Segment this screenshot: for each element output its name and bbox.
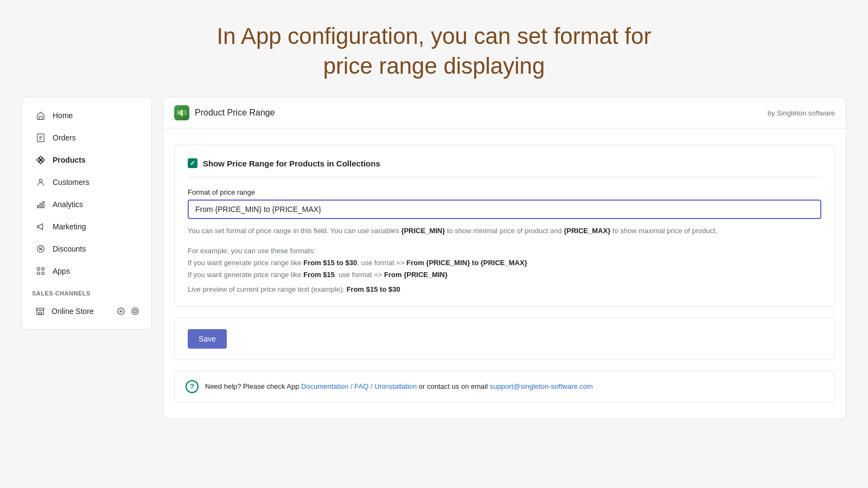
sidebar-item-apps-label: Apps — [53, 267, 70, 275]
orders-icon — [35, 132, 46, 143]
example-header: For example, you can use these formats: — [188, 245, 821, 257]
products-icon — [35, 155, 46, 165]
svg-rect-12 — [39, 312, 41, 314]
store-icon — [35, 306, 45, 317]
sidebar-item-orders[interactable]: Orders — [25, 127, 148, 149]
page-title: In App configuration, you can set format… — [11, 22, 857, 81]
config-card: Show Price Range for Products in Collect… — [174, 145, 835, 307]
help-link[interactable]: Documentation / FAQ / Uninstallation — [301, 382, 417, 390]
help-section: ? Need help? Please check App Documentat… — [174, 371, 835, 402]
help-text: Need help? Please check App Documentatio… — [205, 382, 593, 390]
analytics-icon — [35, 199, 46, 210]
sales-channels-label: SALES CHANNELS — [22, 282, 151, 300]
card-title: Show Price Range for Products in Collect… — [203, 159, 380, 168]
marketing-icon — [35, 221, 46, 232]
sidebar-item-discounts[interactable]: Discounts — [25, 238, 148, 260]
svg-point-1 — [39, 179, 42, 182]
live-preview: Live preview of current price range text… — [188, 285, 821, 293]
sidebar-item-customers[interactable]: Customers — [25, 171, 148, 193]
online-store-label: Online Store — [52, 307, 94, 316]
format-field: Format of price range — [188, 188, 821, 219]
svg-rect-8 — [37, 268, 40, 271]
svg-rect-4 — [43, 202, 44, 208]
example1: If you want generate price range like Fr… — [188, 257, 821, 269]
sidebar-item-analytics-label: Analytics — [53, 200, 83, 209]
page-header: In App configuration, you can set format… — [0, 0, 868, 97]
svg-rect-10 — [37, 272, 40, 275]
customers-icon — [35, 177, 46, 188]
app-logo: 💵 — [174, 105, 189, 120]
online-store-view-button[interactable] — [129, 305, 142, 318]
example-section: For example, you can use these formats: … — [188, 245, 821, 281]
svg-point-7 — [41, 249, 42, 251]
save-card: Save — [174, 318, 835, 360]
sidebar-item-home-label: Home — [53, 111, 73, 120]
sidebar-item-home[interactable]: Home — [25, 105, 148, 126]
sidebar-item-marketing-label: Marketing — [53, 222, 86, 231]
sidebar-item-online-store[interactable]: Online Store — [25, 300, 148, 322]
sidebar-item-discounts-label: Discounts — [53, 245, 86, 253]
help-icon: ? — [186, 380, 199, 393]
example2: If you want generate price range like Fr… — [188, 269, 821, 281]
svg-rect-9 — [42, 268, 44, 271]
svg-point-6 — [39, 248, 40, 249]
content-body: Show Price Range for Products in Collect… — [163, 129, 846, 419]
svg-rect-11 — [42, 272, 44, 275]
format-label: Format of price range — [188, 188, 821, 196]
by-label: by Singleton software — [768, 109, 835, 117]
sidebar-item-apps[interactable]: Apps — [25, 260, 148, 282]
svg-rect-2 — [37, 206, 39, 208]
svg-rect-3 — [40, 203, 42, 208]
sidebar-item-products[interactable]: Products — [25, 149, 148, 171]
format-input[interactable] — [188, 200, 821, 219]
svg-point-15 — [134, 310, 137, 313]
app-header-bar: 💵 Product Price Range by Singleton softw… — [163, 97, 846, 129]
discounts-icon — [35, 243, 46, 254]
main-layout: Home Orders — [0, 97, 868, 488]
sidebar-item-orders-label: Orders — [53, 133, 76, 142]
sidebar-item-marketing[interactable]: Marketing — [25, 216, 148, 237]
home-icon — [35, 110, 46, 121]
helper-text: You can set format of price range in thi… — [188, 226, 821, 236]
sidebar: Home Orders — [22, 97, 152, 330]
card-header: Show Price Range for Products in Collect… — [188, 158, 821, 177]
svg-point-14 — [132, 308, 138, 314]
sidebar-item-products-label: Products — [53, 156, 86, 164]
online-store-add-button[interactable] — [114, 305, 127, 318]
sidebar-item-customers-label: Customers — [53, 178, 90, 187]
help-email-link[interactable]: support@singleton-software.com — [490, 382, 593, 390]
show-price-range-checkbox[interactable] — [188, 158, 197, 168]
sidebar-item-analytics[interactable]: Analytics — [25, 194, 148, 215]
apps-icon — [35, 266, 46, 277]
content-area: 💵 Product Price Range by Singleton softw… — [163, 97, 846, 466]
save-button[interactable]: Save — [188, 329, 227, 349]
app-title: Product Price Range — [195, 108, 275, 118]
